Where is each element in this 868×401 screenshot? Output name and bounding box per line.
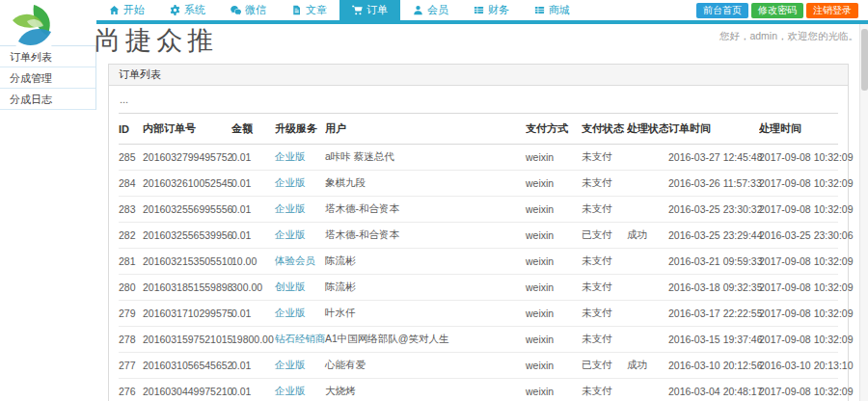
cell-amount: 0.01: [231, 379, 275, 401]
table-row[interactable]: 28420160326100525450.01企业版象棋九段weixin未支付2…: [119, 171, 838, 197]
cell-order_no: 2016032153505510: [143, 249, 231, 275]
cell-amount: 0.01: [231, 145, 275, 171]
cell-id: 284: [119, 171, 143, 197]
sidebar: 订单列表分成管理分成日志: [0, 45, 96, 110]
cell-process_time: 2017-09-08 10:32:09: [759, 249, 838, 275]
cell-id: 280: [119, 275, 143, 301]
cell-order_time: 2016-03-17 22:22:55: [668, 301, 759, 327]
cell-pay_status: 未支付: [582, 379, 627, 401]
table-row[interactable]: 28220160325565399560.01企业版塔木德-和合资本weixin…: [119, 223, 838, 249]
toolbar-placeholder: ...: [119, 92, 838, 113]
scrollbar-thumb[interactable]: [861, 29, 868, 91]
cart-icon: [352, 5, 363, 15]
cell-amount: 19800.00: [231, 327, 275, 353]
table-row[interactable]: 27620160304499752100.01企业版大烧烤weixin未支付20…: [119, 379, 838, 401]
cell-pay_status: 未支付: [582, 145, 627, 171]
cell-pay_method: weixin: [526, 249, 582, 275]
cell-id: 277: [119, 353, 143, 379]
cell-amount: 300.00: [231, 275, 275, 301]
cell-service: 企业版: [275, 353, 325, 379]
nav-item-label: 系统: [184, 3, 205, 17]
cell-order_time: 2016-03-27 12:45:48: [668, 145, 759, 171]
column-header-user: 用户: [325, 114, 526, 145]
cell-pay_method: weixin: [526, 197, 582, 223]
wechat-icon: [231, 5, 241, 15]
cell-id: 283: [119, 197, 143, 223]
nav-item-文章[interactable]: 文章: [279, 0, 339, 20]
cell-process_status: 成功: [627, 353, 668, 379]
cell-id: 279: [119, 301, 143, 327]
cell-pay_method: weixin: [526, 301, 582, 327]
nav-item-系统[interactable]: 系统: [157, 0, 218, 20]
cell-pay_method: weixin: [526, 171, 582, 197]
orders-panel: 订单列表 ... ID内部订单号金额升级服务用户支付方式支付状态处理状态订单时间…: [108, 64, 849, 401]
cell-process_status: [627, 249, 668, 275]
cell-order_time: 2016-03-10 20:12:56: [668, 353, 759, 379]
topbar-buttons: 前台首页修改密码注销登录: [696, 3, 858, 18]
table-row[interactable]: 2802016031851559898300.00创业版陈流彬weixin未支付…: [119, 275, 838, 301]
table-row[interactable]: 278201603159752101519800.00钻石经销商A1中国网络部队…: [119, 327, 838, 353]
cell-process_status: [627, 327, 668, 353]
table-row[interactable]: 28320160325569955560.01企业版塔木德-和合资本weixin…: [119, 197, 838, 223]
cell-order_no: 2016032556539956: [143, 223, 231, 249]
table-row[interactable]: 27920160317102995750.01企业版叶水仟weixin未支付20…: [119, 301, 838, 327]
cell-process_status: [627, 145, 668, 171]
cell-id: 278: [119, 327, 143, 353]
nav-item-label: 微信: [245, 3, 266, 17]
topbar-button-前台首页[interactable]: 前台首页: [696, 3, 748, 18]
cell-service: 钻石经销商: [275, 327, 325, 353]
vertical-scrollbar[interactable]: [859, 24, 868, 401]
cell-pay_status: 未支付: [582, 249, 627, 275]
column-header-service: 升级服务: [275, 114, 325, 145]
cell-pay_method: weixin: [526, 145, 582, 171]
logo-icon: [8, 2, 60, 54]
cell-pay_method: weixin: [526, 327, 582, 353]
cell-user: 叶水仟: [325, 301, 526, 327]
nav-item-财务[interactable]: 财务: [461, 0, 522, 20]
cell-user: 象棋九段: [325, 171, 526, 197]
cell-order_time: 2016-03-21 09:59:33: [668, 249, 759, 275]
document-icon: [291, 5, 302, 15]
nav-item-会员[interactable]: 会员: [400, 0, 461, 20]
topbar-button-修改密码[interactable]: 修改密码: [751, 3, 803, 18]
cell-process_status: [627, 171, 668, 197]
gear-icon: [170, 5, 180, 15]
topbar-button-注销登录[interactable]: 注销登录: [806, 3, 858, 18]
cell-user: 陈流彬: [325, 275, 526, 301]
nav-item-label: 商城: [549, 3, 570, 17]
cell-process_status: [627, 379, 668, 401]
home-icon: [109, 5, 120, 15]
cell-order_no: 2016031851559898: [143, 275, 231, 301]
cell-service: 体验会员: [275, 249, 325, 275]
cell-order_time: 2016-03-26 11:57:33: [668, 171, 759, 197]
column-header-order_time: 订单时间: [668, 114, 759, 145]
sidebar-item-分成管理[interactable]: 分成管理: [0, 67, 95, 89]
cell-user: 塔木德-和合资本: [325, 197, 526, 223]
nav-item-开始[interactable]: 开始: [96, 0, 157, 20]
table-row[interactable]: 27720160310565456520.01企业版心能有爱weixin已支付成…: [119, 353, 838, 379]
nav-item-label: 会员: [427, 3, 448, 17]
brand-title: 尚捷众推: [95, 23, 218, 58]
cell-amount: 0.01: [231, 301, 275, 327]
sidebar-item-分成日志[interactable]: 分成日志: [0, 89, 95, 110]
table-row[interactable]: 281201603215350551010.00体验会员陈流彬weixin未支付…: [119, 249, 838, 275]
nav-item-label: 财务: [488, 3, 509, 17]
cell-process_time: 2016-03-10 20:13:10: [759, 353, 838, 379]
cell-process_status: 成功: [627, 223, 668, 249]
table-row[interactable]: 28520160327994957520.01企业版a咔咔 蔡迷总代weixin…: [119, 145, 838, 171]
cell-amount: 10.00: [231, 249, 275, 275]
column-header-pay_method: 支付方式: [526, 114, 582, 145]
nav-item-微信[interactable]: 微信: [218, 0, 279, 20]
cell-amount: 0.01: [231, 197, 275, 223]
cell-pay_status: 未支付: [582, 171, 627, 197]
topbar: 开始系统微信文章订单会员财务商城 前台首页修改密码注销登录: [0, 0, 868, 20]
cell-order_no: 2016032610052545: [143, 171, 231, 197]
cell-user: A1中国网络部队@笑对人生: [325, 327, 526, 353]
panel-title: 订单列表: [109, 65, 848, 86]
cell-order_no: 2016031710299575: [143, 301, 231, 327]
nav-item-商城[interactable]: 商城: [522, 0, 583, 20]
nav-item-订单[interactable]: 订单: [339, 0, 400, 20]
cell-order_no: 2016030449975210: [143, 379, 231, 401]
cell-order_no: 2016031597521015: [143, 327, 231, 353]
cell-order_time: 2016-03-15 19:37:46: [668, 327, 759, 353]
